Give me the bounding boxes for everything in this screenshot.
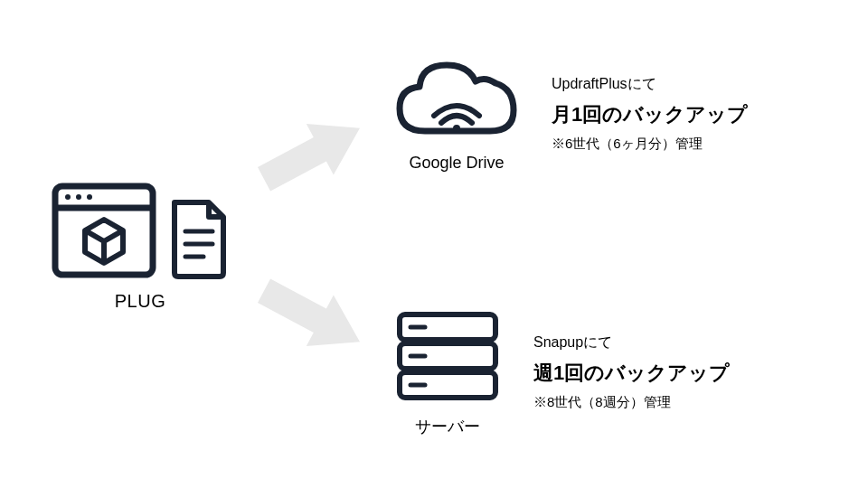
- server-icon-wrap: サーバー: [389, 307, 506, 437]
- svg-point-14: [453, 125, 460, 132]
- svg-point-4: [87, 194, 92, 200]
- server-icon: [389, 307, 506, 407]
- cloud-note: ※6世代（6ヶ月分）管理: [552, 136, 748, 153]
- cloud-wifi-icon: [389, 54, 524, 145]
- cloud-text-block: UpdraftPlusにて 月1回のバックアップ ※6世代（6ヶ月分）管理: [552, 75, 748, 153]
- destination-server-block: サーバー Snapupにて 週1回のバックアップ ※8世代（8週分）管理: [389, 307, 730, 437]
- cloud-subtitle: UpdraftPlusにて: [552, 75, 748, 94]
- arrow-to-cloud-icon: [243, 94, 381, 213]
- arrow-to-server-icon: [243, 257, 381, 376]
- cloud-label: Google Drive: [409, 154, 504, 173]
- server-label: サーバー: [415, 416, 480, 437]
- svg-point-2: [65, 194, 71, 200]
- server-text-block: Snapupにて 週1回のバックアップ ※8世代（8週分）管理: [533, 333, 730, 411]
- source-icons: [50, 181, 231, 280]
- destination-cloud-block: Google Drive UpdraftPlusにて 月1回のバックアップ ※6…: [389, 54, 748, 173]
- cloud-icon-wrap: Google Drive: [389, 54, 524, 173]
- svg-line-7: [104, 230, 123, 241]
- server-note: ※8世代（8週分）管理: [533, 394, 730, 411]
- source-block: PLUG: [50, 181, 231, 312]
- source-label: PLUG: [115, 291, 165, 312]
- browser-package-icon: [50, 181, 158, 280]
- svg-marker-12: [250, 103, 373, 205]
- document-icon: [167, 199, 231, 280]
- cloud-title: 月1回のバックアップ: [552, 101, 748, 128]
- server-title: 週1回のバックアップ: [533, 360, 730, 387]
- server-subtitle: Snapupにて: [533, 333, 730, 352]
- svg-point-3: [76, 194, 81, 200]
- svg-marker-13: [250, 266, 373, 368]
- svg-line-6: [85, 230, 104, 241]
